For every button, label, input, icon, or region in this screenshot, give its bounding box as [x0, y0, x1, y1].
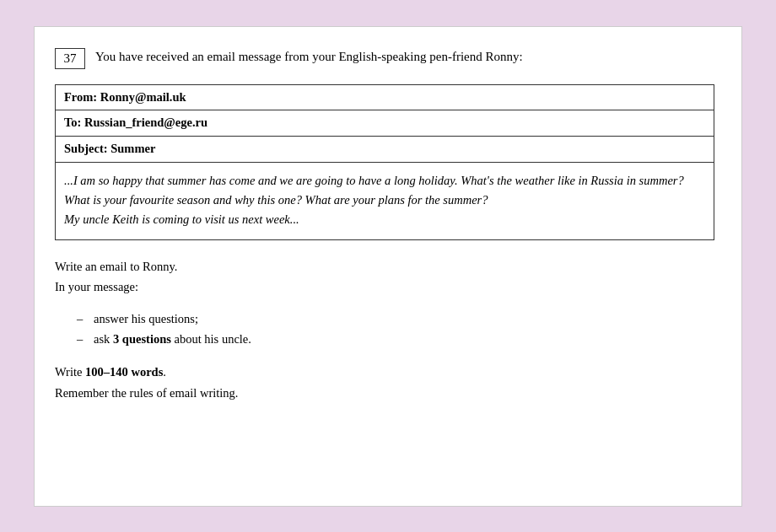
to-label: To:	[64, 116, 81, 129]
question-number: 37	[55, 48, 85, 69]
question-intro: You have received an email message from …	[95, 47, 523, 67]
word-count-line1: Write 100–140 words.	[55, 362, 714, 383]
to-value: Russian_friend@ege.ru	[84, 116, 207, 129]
bullet-1-text: answer his questions;	[94, 312, 198, 325]
word-count-section: Write 100–140 words. Remember the rules …	[55, 362, 714, 403]
bullet-item-2: ask 3 questions about his uncle.	[80, 329, 714, 350]
subject-label: Subject:	[64, 142, 108, 155]
card: 37 You have received an email message fr…	[34, 26, 742, 507]
question-header: 37 You have received an email message fr…	[55, 47, 714, 69]
bullet-item-1: answer his questions;	[80, 309, 714, 330]
email-from-row: From: Ronny@mail.uk	[56, 84, 714, 110]
bold-3-questions: 3 questions	[113, 332, 171, 346]
from-label: From:	[64, 90, 97, 104]
email-table: From: Ronny@mail.uk To: Russian_friend@e…	[55, 84, 714, 241]
email-body-row: ...I am so happy that summer has come an…	[56, 162, 714, 240]
bullet-2-text: ask 3 questions about his uncle.	[94, 332, 251, 346]
instructions: Write an email to Ronny. In your message…	[55, 257, 714, 296]
instruction-line2: In your message:	[55, 277, 714, 297]
word-count-line2: Remember the rules of email writing.	[55, 383, 714, 404]
subject-value: Summer	[110, 142, 155, 155]
email-body-cell: ...I am so happy that summer has come an…	[56, 162, 714, 240]
bullet-list: answer his questions; ask 3 questions ab…	[80, 309, 714, 350]
email-to-cell: To: Russian_friend@ege.ru	[56, 110, 714, 137]
email-subject-cell: Subject: Summer	[56, 137, 714, 163]
email-from-cell: From: Ronny@mail.uk	[56, 84, 714, 110]
from-value: Ronny@mail.uk	[100, 90, 186, 104]
email-to-row: To: Russian_friend@ege.ru	[56, 110, 714, 137]
email-subject-row: Subject: Summer	[56, 137, 714, 163]
instruction-line1: Write an email to Ronny.	[55, 257, 714, 277]
word-count-bold: 100–140 words	[85, 365, 163, 379]
